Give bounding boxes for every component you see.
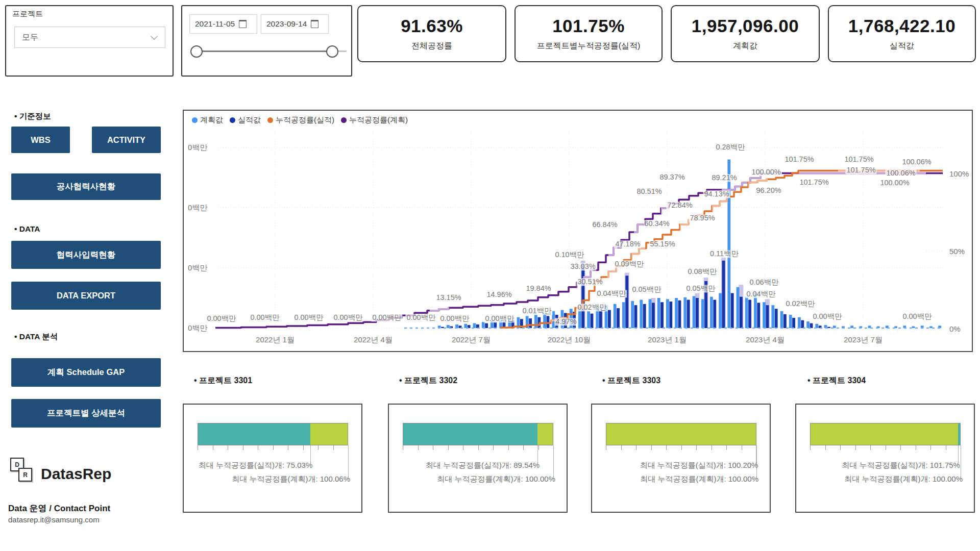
chart-data-label: 0.00백만 (812, 313, 843, 320)
chart-data-label: 101.75% (843, 156, 874, 163)
gauge-callout-line (961, 445, 961, 477)
chart-data-label: 0.08백만 (687, 268, 718, 276)
gauge-tick (870, 445, 871, 450)
chart-data-label: 0.01백만 (521, 307, 552, 315)
project-dropdown-value: 모두 (22, 32, 38, 43)
gauge-tick (318, 445, 318, 450)
x-axis-label: 2022년 10월 (548, 335, 591, 345)
chart-data-label: 13.15% (435, 294, 462, 302)
start-date-input[interactable]: 2021-11-05 (189, 14, 257, 34)
gauge-tick (606, 445, 606, 450)
gauge-tick (886, 445, 886, 450)
gauge-tick (258, 445, 258, 450)
chart-data-label: 19.84% (525, 285, 552, 292)
chart-data-label: 60.34% (643, 220, 670, 228)
y-axis-right-label: 100% (949, 169, 969, 178)
gauge-tick (916, 445, 916, 450)
chart-data-label: 101.75% (798, 179, 829, 186)
gauge-tick (418, 445, 419, 450)
chart-data-label: 0.00백만 (405, 314, 436, 321)
gauge-callout-line (958, 445, 959, 463)
sidebar-button-partner-status[interactable]: 공사협력사현황 (11, 173, 161, 200)
project-title: • 프로젝트 3303 (602, 375, 660, 386)
chart-data-label: 0.00백만 (484, 315, 515, 322)
plan-progress-label: 최대 누적공정률(계획)개: 100.00% (437, 474, 555, 484)
project-gauge-card: 최대 누적공정률(실적)개: 101.75% 최대 누적공정률(계획)개: 10… (795, 404, 975, 513)
gauge-tick (900, 445, 901, 450)
section-title-data-analysis: • DATA 분석 (14, 332, 58, 342)
gauge-tick (946, 445, 946, 450)
sidebar-button-partner-input[interactable]: 협력사입력현황 (11, 241, 161, 269)
chart-data-label: 0.05백만 (685, 285, 716, 292)
plan-progress-label: 최대 누적공정률(계획)개: 100.06% (232, 474, 350, 484)
calendar-icon (239, 20, 247, 28)
gauge-tick (288, 445, 288, 450)
gauge-tick (478, 445, 479, 450)
chart-data-label: 0.11백만 (709, 250, 740, 258)
chart-data-label: 4.97% (554, 318, 577, 325)
gauge-tick (273, 445, 274, 450)
sidebar-button-project-detail[interactable]: 프로젝트별 상세분석 (11, 399, 161, 428)
gauge-border (606, 423, 756, 445)
gauge-tick (433, 445, 433, 450)
contact-email[interactable]: datasrep.it@samsung.com (8, 515, 100, 524)
date-slider-active-range (198, 51, 331, 52)
project-dropdown[interactable]: 모두 (14, 27, 165, 48)
date-slider-handle-start[interactable] (190, 45, 203, 58)
chart-data-label: 100.06% (885, 169, 916, 177)
chart-data-label: 0.00백만 (249, 314, 280, 321)
project-title: • 프로젝트 3302 (399, 375, 457, 386)
chart-data-label: 100.06% (901, 158, 932, 166)
sidebar-button-data-export[interactable]: DATA EXPORT (11, 282, 161, 310)
x-axis-label: 2022년 7월 (452, 335, 491, 345)
project-title: • 프로젝트 3304 (807, 375, 866, 386)
end-date-input[interactable]: 2023-09-14 (261, 14, 329, 34)
gauge-tick (303, 445, 304, 450)
gauge-border (810, 423, 961, 445)
calendar-icon (311, 20, 318, 28)
datasrep-logo-icon: D R (7, 457, 38, 487)
sidebar-button-schedule-gap[interactable]: 계획 Schedule GAP (11, 358, 161, 387)
gauge-tick (855, 445, 856, 450)
chart-data-label: 0.02백만 (785, 300, 816, 308)
sidebar-button-activity[interactable]: ACTIVITY (92, 127, 161, 153)
end-date-value: 2023-09-14 (266, 19, 307, 29)
chart-data-label: 0.05백만 (631, 286, 662, 293)
gauge-tick (463, 445, 463, 450)
gauge-tick (636, 445, 636, 450)
gauge-callout-line (553, 445, 554, 477)
contact-title: Data 운영 / Contact Point (8, 503, 110, 514)
date-slider-handle-end[interactable] (326, 45, 338, 58)
gauge-tick (825, 445, 826, 450)
chevron-down-icon (151, 33, 158, 40)
gauge-callout-line (537, 445, 538, 463)
gauge-callout-line (310, 445, 311, 463)
logo-cube-r: R (18, 468, 32, 482)
chart-data-label: 94.13% (703, 190, 730, 198)
sidebar-button-wbs[interactable]: WBS (11, 127, 70, 153)
chart-data-label: 100.00% (879, 179, 910, 187)
gauge-tick (198, 445, 198, 450)
gauge-tick (333, 445, 334, 450)
kpi-label: 실적값 (890, 41, 914, 52)
project-filter-label: 프로젝트 (12, 9, 43, 19)
x-axis-label: 2023년 7월 (844, 335, 883, 345)
gauge-tick (696, 445, 697, 450)
gauge-tick (448, 445, 449, 450)
kpi-value: 1,768,422.10 (848, 16, 955, 36)
kpi-label: 프로젝트별누적공정률(실적) (537, 41, 641, 52)
chart-data-label: 0.04백만 (596, 290, 627, 297)
kpi-value: 101.75% (552, 16, 625, 36)
y-axis-left-label: 0백만 (188, 263, 207, 273)
x-axis-label: 2023년 1월 (648, 335, 687, 345)
gauge-tick (493, 445, 494, 450)
section-title-data: • DATA (14, 224, 40, 234)
actual-progress-label: 최대 누적공정률(실적)개: 75.03% (199, 461, 312, 470)
gauge-tick (243, 445, 243, 450)
gauge-border (403, 423, 553, 445)
chart-data-label: 0.00백만 (439, 315, 470, 322)
project-gauge-card: 최대 누적공정률(실적)개: 89.54% 최대 누적공정률(계획)개: 100… (388, 404, 568, 513)
kpi-value: 91.63% (401, 16, 463, 36)
gauge-tick (681, 445, 682, 450)
section-title-master-info: • 기준정보 (14, 111, 51, 122)
